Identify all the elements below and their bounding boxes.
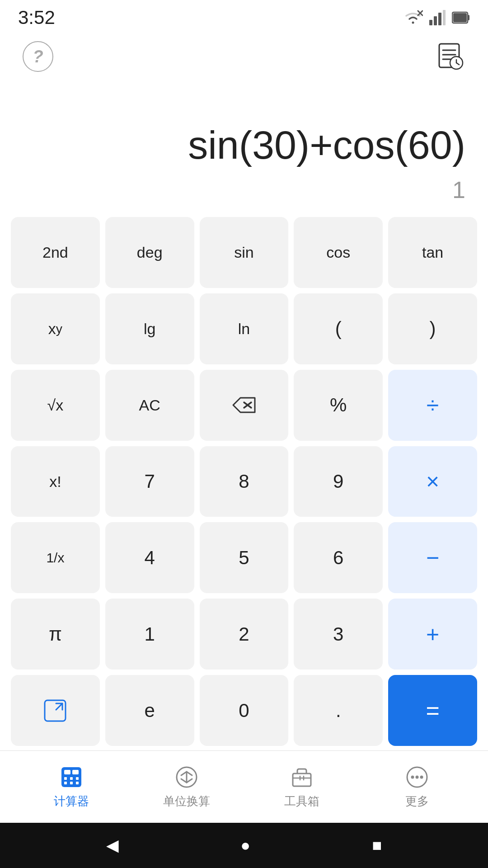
svg-rect-21 bbox=[64, 770, 70, 774]
nav-item-calculator[interactable]: 计算器 bbox=[14, 764, 129, 809]
key-9[interactable]: 9 bbox=[294, 446, 383, 517]
svg-rect-24 bbox=[70, 777, 73, 780]
svg-rect-8 bbox=[453, 13, 467, 22]
nav-label-more: 更多 bbox=[405, 793, 429, 809]
key-0[interactable]: 0 bbox=[200, 675, 289, 746]
tools-nav-icon bbox=[289, 764, 314, 790]
svg-rect-22 bbox=[72, 770, 79, 774]
nav-item-tools[interactable]: 工具箱 bbox=[244, 764, 359, 809]
svg-rect-2 bbox=[429, 20, 432, 25]
key-2[interactable]: 2 bbox=[200, 599, 289, 670]
key-e[interactable]: e bbox=[105, 675, 194, 746]
key-decimal[interactable]: . bbox=[294, 675, 383, 746]
svg-rect-25 bbox=[76, 777, 79, 780]
key-open-paren[interactable]: ( bbox=[294, 293, 383, 364]
key-2nd[interactable]: 2nd bbox=[11, 217, 100, 288]
calculator-nav-icon bbox=[59, 764, 84, 790]
unit-nav-icon bbox=[174, 764, 199, 790]
back-button[interactable]: ◀ bbox=[106, 836, 119, 855]
key-add[interactable]: + bbox=[388, 599, 477, 670]
svg-rect-7 bbox=[468, 15, 469, 20]
key-8[interactable]: 8 bbox=[200, 446, 289, 517]
svg-rect-27 bbox=[70, 782, 73, 784]
key-factorial[interactable]: x! bbox=[11, 446, 100, 517]
key-row-7: e 0 . = bbox=[11, 675, 477, 746]
status-icons bbox=[403, 10, 470, 25]
status-bar: 3:52 bbox=[0, 0, 488, 32]
svg-point-38 bbox=[420, 776, 423, 779]
key-divide[interactable]: ÷ bbox=[388, 370, 477, 441]
history-icon bbox=[436, 42, 465, 71]
key-power[interactable]: xy bbox=[11, 293, 100, 364]
svg-rect-4 bbox=[438, 13, 441, 25]
svg-rect-5 bbox=[443, 10, 446, 25]
key-reciprocal[interactable]: 1/x bbox=[11, 522, 100, 593]
svg-rect-28 bbox=[76, 782, 79, 784]
key-3[interactable]: 3 bbox=[294, 599, 383, 670]
nav-item-more[interactable]: 更多 bbox=[359, 764, 474, 809]
key-row-5: 1/x 4 5 6 − bbox=[11, 522, 477, 593]
key-pi[interactable]: π bbox=[11, 599, 100, 670]
key-close-paren[interactable]: ) bbox=[388, 293, 477, 364]
key-deg[interactable]: deg bbox=[105, 217, 194, 288]
key-multiply[interactable]: × bbox=[388, 446, 477, 517]
key-sin[interactable]: sin bbox=[200, 217, 289, 288]
key-1[interactable]: 1 bbox=[105, 599, 194, 670]
svg-line-19 bbox=[56, 703, 62, 710]
keypad: 2nd deg sin cos tan xy lg ln ( ) √x AC %… bbox=[0, 208, 488, 750]
key-row-6: π 1 2 3 + bbox=[11, 599, 477, 670]
key-tan[interactable]: tan bbox=[388, 217, 477, 288]
android-nav-bar: ◀ ● ■ bbox=[0, 823, 488, 868]
svg-rect-3 bbox=[434, 16, 437, 25]
backspace-icon bbox=[231, 396, 257, 414]
history-button[interactable] bbox=[435, 41, 465, 72]
key-7[interactable]: 7 bbox=[105, 446, 194, 517]
status-time: 3:52 bbox=[18, 7, 55, 28]
nav-label-calculator: 计算器 bbox=[54, 793, 89, 809]
more-nav-icon bbox=[404, 764, 430, 790]
display-area: sin(30)+cos(60) 1 bbox=[0, 81, 488, 208]
key-sqrt[interactable]: √x bbox=[11, 370, 100, 441]
key-equals[interactable]: = bbox=[388, 675, 477, 746]
key-row-4: x! 7 8 9 × bbox=[11, 446, 477, 517]
home-button[interactable]: ● bbox=[240, 836, 250, 855]
key-cos[interactable]: cos bbox=[294, 217, 383, 288]
result-display: 1 bbox=[452, 176, 465, 208]
key-row-2: xy lg ln ( ) bbox=[11, 293, 477, 364]
nav-item-unit[interactable]: 单位换算 bbox=[129, 764, 244, 809]
key-ac[interactable]: AC bbox=[105, 370, 194, 441]
key-ln[interactable]: ln bbox=[200, 293, 289, 364]
key-percent[interactable]: % bbox=[294, 370, 383, 441]
key-5[interactable]: 5 bbox=[200, 522, 289, 593]
wifi-icon bbox=[403, 10, 423, 25]
svg-rect-23 bbox=[64, 777, 67, 780]
help-button[interactable]: ? bbox=[23, 41, 53, 72]
battery-icon bbox=[452, 10, 470, 25]
recent-button[interactable]: ■ bbox=[372, 836, 382, 855]
key-row-3: √x AC % ÷ bbox=[11, 370, 477, 441]
key-row-1: 2nd deg sin cos tan bbox=[11, 217, 477, 288]
key-lg[interactable]: lg bbox=[105, 293, 194, 364]
bottom-nav: 计算器 单位换算 工具箱 bbox=[0, 750, 488, 823]
expand-icon bbox=[43, 699, 67, 722]
key-expand[interactable] bbox=[11, 675, 100, 746]
key-subtract[interactable]: − bbox=[388, 522, 477, 593]
nav-label-unit: 单位换算 bbox=[163, 793, 210, 809]
svg-point-37 bbox=[415, 776, 418, 779]
nav-label-tools: 工具箱 bbox=[284, 793, 319, 809]
signal-icon bbox=[429, 10, 446, 25]
svg-rect-31 bbox=[293, 774, 311, 786]
expression-display: sin(30)+cos(60) bbox=[188, 121, 465, 169]
top-bar: ? bbox=[0, 32, 488, 81]
key-backspace[interactable] bbox=[200, 370, 289, 441]
key-6[interactable]: 6 bbox=[294, 522, 383, 593]
svg-rect-26 bbox=[64, 782, 67, 784]
key-4[interactable]: 4 bbox=[105, 522, 194, 593]
svg-point-36 bbox=[411, 776, 414, 779]
